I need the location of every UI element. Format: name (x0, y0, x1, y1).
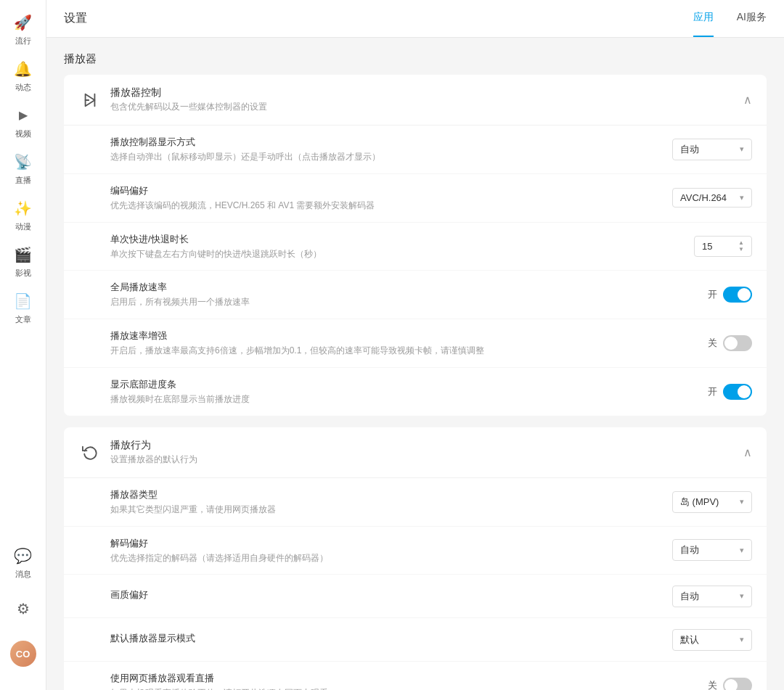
row-title: 解码偏好 (110, 537, 672, 550)
chevron-down-icon: ▾ (740, 193, 744, 202)
row-title: 播放控制器显示方式 (110, 136, 672, 149)
collapse-icon: ∧ (743, 445, 752, 459)
sidebar-item-film[interactable]: 🎬 影视 (0, 238, 46, 284)
header-tabs: 应用 AI服务 (693, 11, 767, 27)
select-value: 自动 (680, 143, 699, 156)
sidebar-item-live[interactable]: 📡 直播 (0, 145, 46, 192)
chevron-down-icon: ▾ (740, 546, 744, 555)
row-display-default: 默认播放器显示模式 默认 ▾ (64, 618, 767, 662)
row-desc: 优先选择该编码的视频流，HEVC/H.265 和 AV1 需要额外安装解码器 (110, 200, 672, 212)
select-value: 自动 (680, 590, 699, 603)
card-player-behavior: 播放行为 设置播放器的默认行为 ∧ 播放器类型 如果其它类型闪退严重，请使用网页… (64, 427, 767, 690)
sidebar-bottom: 💬 消息 ⚙ CO (0, 539, 46, 690)
sidebar-item-trending[interactable]: 🚀 流行 (0, 6, 46, 52)
row-desc: 开启后，播放速率最高支持6倍速，步幅增加为0.1，但较高的速率可能导致视频卡帧，… (110, 345, 708, 357)
toggle-knob (738, 288, 751, 301)
row-desc: 播放视频时在底部显示当前播放进度 (110, 393, 708, 406)
chevron-down-icon: ▾ (740, 144, 744, 154)
row-codec-pref: 编码偏好 优先选择该编码的视频流，HEVC/H.265 和 AV1 需要额外安装… (64, 174, 767, 223)
sidebar-item-anime[interactable]: ✨ 动漫 (0, 192, 46, 238)
film-icon: 🎬 (13, 245, 33, 265)
select-decode[interactable]: 自动 ▾ (672, 539, 752, 561)
main-area: 设置 应用 AI服务 播放器 播放器控制 包含优先解码以及一些媒体控制器的设 (46, 0, 784, 690)
sidebar-item-dynamic[interactable]: 🔔 动态 (0, 52, 46, 99)
row-title: 播放器类型 (110, 488, 672, 501)
sidebar-label-message: 消息 (15, 569, 31, 580)
toggle-web-live[interactable] (723, 678, 752, 690)
row-left: 播放器类型 如果其它类型闪退严重，请使用网页播放器 (110, 488, 672, 516)
sidebar-item-avatar[interactable]: CO (0, 632, 46, 678)
row-right: 自动 ▾ (672, 539, 752, 561)
row-left: 全局播放速率 启用后，所有视频共用一个播放速率 (110, 281, 708, 308)
message-icon: 💬 (13, 546, 33, 566)
row-title: 单次快进/快退时长 (110, 233, 694, 246)
row-display-mode: 播放控制器显示方式 选择自动弹出（鼠标移动即显示）还是手动呼出（点击播放器才显示… (64, 126, 767, 174)
chevron-down-icon: ▾ (740, 591, 744, 601)
collapse-icon: ∧ (743, 93, 752, 107)
number-arrows[interactable]: ▲ ▼ (738, 240, 744, 252)
arrow-up-icon[interactable]: ▲ (738, 240, 744, 246)
number-value: 15 (702, 241, 712, 252)
sidebar-item-message[interactable]: 💬 消息 (0, 539, 46, 586)
page-title: 设置 (64, 11, 87, 26)
card-header-player-control[interactable]: 播放器控制 包含优先解码以及一些媒体控制器的设置 ∧ (64, 75, 767, 126)
sidebar-item-article[interactable]: 📄 文章 (0, 284, 46, 331)
settings-icon: ⚙ (13, 599, 33, 619)
toggle-global-rate[interactable] (723, 287, 752, 303)
row-title: 播放速率增强 (110, 329, 708, 342)
row-right: 自动 ▾ (672, 586, 752, 607)
row-left: 编码偏好 优先选择该编码的视频流，HEVC/H.265 和 AV1 需要额外安装… (110, 184, 672, 212)
row-title: 使用网页播放器观看直播 (110, 672, 708, 685)
arrow-down-icon[interactable]: ▼ (738, 247, 744, 252)
toggle-knob (724, 337, 738, 350)
row-left: 使用网页播放器观看直播 如果本机观看直播体验不佳，请打开此选项在网页中观看 (110, 672, 708, 690)
row-desc: 单次按下键盘左右方向键时的快进/快退跳跃时长（秒） (110, 248, 694, 260)
row-desc: 启用后，所有视频共用一个播放速率 (110, 296, 708, 308)
toggle-label: 关 (708, 337, 717, 350)
sidebar-item-settings[interactable]: ⚙ (0, 586, 46, 632)
toggle-knob (738, 385, 751, 398)
select-display-mode[interactable]: 自动 ▾ (672, 139, 752, 160)
row-global-rate: 全局播放速率 启用后，所有视频共用一个播放速率 开 (64, 271, 767, 319)
select-value: 默认 (680, 633, 699, 646)
header: 设置 应用 AI服务 (46, 0, 784, 38)
video-icon: ▶ (13, 105, 33, 126)
card-title: 播放器控制 (110, 86, 743, 99)
select-player-type[interactable]: 岛 (MPV) ▾ (672, 491, 752, 513)
toggle-rate-boost[interactable] (723, 335, 752, 351)
row-rate-boost: 播放速率增强 开启后，播放速率最高支持6倍速，步幅增加为0.1，但较高的速率可能… (64, 319, 767, 368)
row-title: 编码偏好 (110, 184, 672, 197)
article-icon: 📄 (13, 291, 33, 311)
card-header-text: 播放行为 设置播放器的默认行为 (110, 439, 743, 466)
anime-icon: ✨ (13, 198, 33, 218)
row-right: 默认 ▾ (672, 629, 752, 651)
content-area: 播放器 播放器控制 包含优先解码以及一些媒体控制器的设置 ∧ (46, 38, 784, 690)
toggle-label: 关 (708, 679, 717, 690)
row-right: 岛 (MPV) ▾ (672, 491, 752, 513)
sidebar: 🚀 流行 🔔 动态 ▶ 视频 📡 直播 ✨ 动漫 🎬 影视 📄 文章 💬 消息 … (0, 0, 46, 690)
select-codec[interactable]: AVC/H.264 ▾ (672, 188, 752, 208)
card-desc: 设置播放器的默认行为 (110, 453, 743, 466)
row-left: 画质偏好 (110, 588, 672, 604)
select-value: 自动 (680, 543, 699, 556)
row-desc: 如果本机观看直播体验不佳，请打开此选项在网页中观看 (110, 687, 708, 690)
tab-app[interactable]: 应用 (693, 11, 714, 27)
row-right: AVC/H.264 ▾ (672, 188, 752, 208)
number-skip[interactable]: 15 ▲ ▼ (694, 236, 752, 257)
card-header-player-behavior[interactable]: 播放行为 设置播放器的默认行为 ∧ (64, 427, 767, 478)
trending-icon: 🚀 (13, 12, 33, 33)
row-title: 画质偏好 (110, 588, 672, 601)
row-right: 关 (708, 335, 752, 351)
select-quality[interactable]: 自动 ▾ (672, 586, 752, 607)
card-title: 播放行为 (110, 439, 743, 452)
sidebar-item-video[interactable]: ▶ 视频 (0, 99, 46, 145)
row-right: 开 (708, 287, 752, 303)
select-display-default[interactable]: 默认 ▾ (672, 629, 752, 651)
row-left: 显示底部进度条 播放视频时在底部显示当前播放进度 (110, 378, 708, 406)
toggle-progress-bar[interactable] (723, 384, 752, 400)
row-left: 播放速率增强 开启后，播放速率最高支持6倍速，步幅增加为0.1，但较高的速率可能… (110, 329, 708, 357)
select-value: 岛 (MPV) (680, 496, 719, 509)
tab-ai[interactable]: AI服务 (737, 11, 767, 27)
row-right: 自动 ▾ (672, 139, 752, 160)
card-desc: 包含优先解码以及一些媒体控制器的设置 (110, 101, 743, 113)
